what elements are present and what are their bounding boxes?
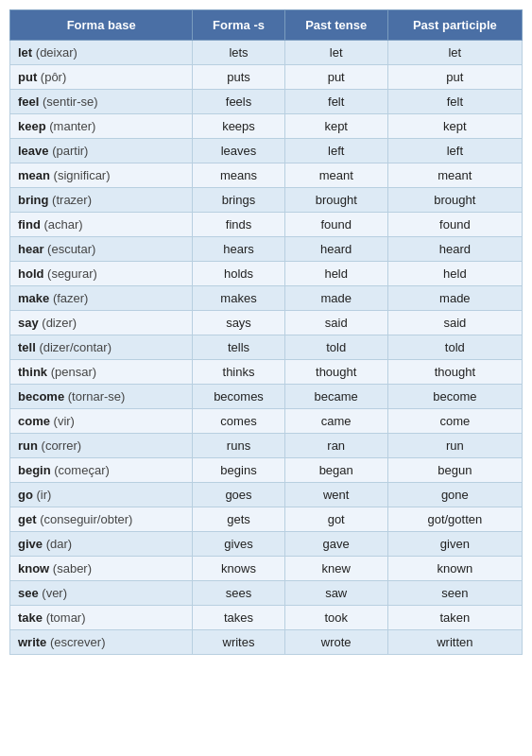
cell-s-form: keeps [193, 114, 284, 139]
cell-base-form: give (dar) [10, 532, 193, 557]
table-row: know (saber)knowsknewknown [10, 557, 523, 581]
cell-past-tense: held [284, 262, 387, 286]
table-body: let (deixar)letsletletput (pôr)putsputpu… [10, 41, 523, 655]
cell-base-form: become (tornar-se) [10, 385, 193, 409]
table-row: tell (dizer/contar)tellstoldtold [10, 335, 523, 360]
cell-s-form: goes [193, 483, 284, 507]
cell-past-participle: thought [387, 360, 522, 385]
cell-s-form: knows [193, 557, 284, 581]
irregular-verbs-table: Forma base Forma -s Past tense Past part… [9, 9, 523, 655]
cell-s-form: brings [193, 188, 284, 213]
cell-s-form: feels [193, 90, 284, 114]
cell-s-form: becomes [193, 385, 284, 409]
cell-base-form: make (fazer) [10, 286, 193, 311]
table-row: get (conseguir/obter)getsgotgot/gotten [10, 507, 523, 532]
cell-past-participle: seen [387, 581, 522, 606]
table-row: become (tornar-se)becomesbecamebecome [10, 385, 523, 409]
cell-s-form: puts [193, 65, 284, 90]
cell-past-tense: meant [284, 163, 387, 188]
cell-base-form: say (dizer) [10, 311, 193, 335]
table-row: write (escrever)writeswrotewritten [10, 630, 523, 655]
cell-s-form: writes [193, 630, 284, 655]
cell-past-participle: made [387, 286, 522, 311]
cell-past-tense: got [284, 507, 387, 532]
cell-s-form: begins [193, 458, 284, 483]
cell-s-form: tells [193, 335, 284, 360]
cell-past-participle: brought [387, 188, 522, 213]
cell-past-tense: ran [284, 434, 387, 458]
table-row: give (dar)givesgavegiven [10, 532, 523, 557]
cell-base-form: see (ver) [10, 581, 193, 606]
cell-past-participle: held [387, 262, 522, 286]
table-row: leave (partir)leavesleftleft [10, 139, 523, 163]
cell-s-form: gives [193, 532, 284, 557]
cell-past-tense: heard [284, 237, 387, 262]
table-row: run (correr)runsranrun [10, 434, 523, 458]
cell-past-tense: left [284, 139, 387, 163]
cell-s-form: comes [193, 409, 284, 434]
table-row: hear (escutar)hearsheardheard [10, 237, 523, 262]
table-row: put (pôr)putsputput [10, 65, 523, 90]
cell-past-participle: come [387, 409, 522, 434]
cell-base-form: come (vir) [10, 409, 193, 434]
cell-base-form: get (conseguir/obter) [10, 507, 193, 532]
cell-past-tense: went [284, 483, 387, 507]
cell-past-participle: got/gotten [387, 507, 522, 532]
cell-base-form: find (achar) [10, 213, 193, 237]
table-row: make (fazer)makesmademade [10, 286, 523, 311]
cell-past-participle: given [387, 532, 522, 557]
cell-past-tense: took [284, 606, 387, 630]
cell-s-form: says [193, 311, 284, 335]
cell-past-participle: written [387, 630, 522, 655]
cell-base-form: hold (segurar) [10, 262, 193, 286]
cell-past-tense: came [284, 409, 387, 434]
table-row: come (vir)comescamecome [10, 409, 523, 434]
cell-base-form: take (tomar) [10, 606, 193, 630]
table-row: let (deixar)letsletlet [10, 41, 523, 65]
table-row: take (tomar)takestooktaken [10, 606, 523, 630]
header-past-participle: Past participle [387, 10, 522, 41]
cell-base-form: leave (partir) [10, 139, 193, 163]
cell-past-tense: wrote [284, 630, 387, 655]
cell-s-form: finds [193, 213, 284, 237]
table-header-row: Forma base Forma -s Past tense Past part… [10, 10, 523, 41]
table-row: go (ir)goeswentgone [10, 483, 523, 507]
cell-past-tense: knew [284, 557, 387, 581]
cell-s-form: thinks [193, 360, 284, 385]
cell-past-tense: became [284, 385, 387, 409]
cell-past-participle: felt [387, 90, 522, 114]
cell-past-tense: began [284, 458, 387, 483]
table-row: feel (sentir-se)feelsfeltfelt [10, 90, 523, 114]
cell-past-tense: made [284, 286, 387, 311]
cell-past-tense: kept [284, 114, 387, 139]
cell-base-form: feel (sentir-se) [10, 90, 193, 114]
cell-s-form: lets [193, 41, 284, 65]
table-row: begin (começar)beginsbeganbegun [10, 458, 523, 483]
cell-past-participle: told [387, 335, 522, 360]
cell-base-form: mean (significar) [10, 163, 193, 188]
table-row: find (achar)findsfoundfound [10, 213, 523, 237]
table-row: keep (manter)keepskeptkept [10, 114, 523, 139]
cell-past-participle: become [387, 385, 522, 409]
cell-base-form: keep (manter) [10, 114, 193, 139]
cell-past-tense: said [284, 311, 387, 335]
cell-past-tense: thought [284, 360, 387, 385]
cell-base-form: put (pôr) [10, 65, 193, 90]
cell-past-participle: kept [387, 114, 522, 139]
cell-past-participle: taken [387, 606, 522, 630]
cell-base-form: know (saber) [10, 557, 193, 581]
cell-past-tense: felt [284, 90, 387, 114]
header-s-form: Forma -s [193, 10, 284, 41]
cell-past-tense: told [284, 335, 387, 360]
cell-past-participle: found [387, 213, 522, 237]
table-row: think (pensar)thinksthoughtthought [10, 360, 523, 385]
table-row: say (dizer)sayssaidsaid [10, 311, 523, 335]
header-past-tense: Past tense [284, 10, 387, 41]
cell-base-form: let (deixar) [10, 41, 193, 65]
cell-past-tense: brought [284, 188, 387, 213]
cell-s-form: means [193, 163, 284, 188]
cell-s-form: holds [193, 262, 284, 286]
cell-base-form: begin (começar) [10, 458, 193, 483]
cell-s-form: gets [193, 507, 284, 532]
cell-past-tense: let [284, 41, 387, 65]
